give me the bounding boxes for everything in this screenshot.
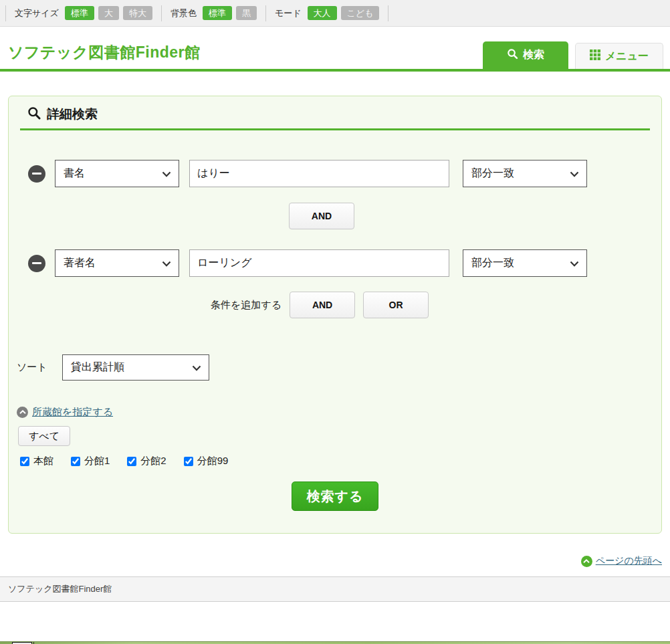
add-condition-label: 条件を追加する [211, 299, 282, 312]
accessibility-toolbar: 文字サイズ 標準 大 特大 背景色 標準 黒 モード 大人 こども [0, 0, 670, 27]
toolbar-divider [265, 5, 266, 21]
sort-row: ソート 貸出累計順 [17, 354, 661, 381]
match-select-1-value: 部分一致 [471, 167, 514, 181]
library-label: 分館2 [140, 455, 166, 467]
library-label: 分館99 [197, 455, 229, 467]
keyword-input-1[interactable] [189, 160, 449, 187]
add-condition-row: 条件を追加する AND OR [211, 292, 661, 318]
library-checkbox-branch99[interactable]: 分館99 [184, 455, 229, 467]
header-tabs: 検索 メニュー [483, 41, 663, 69]
library-checkbox-row: 本館 分館1 分館2 分館99 [20, 455, 661, 467]
holdings-toggle-link[interactable]: 所蔵館を指定する [32, 406, 113, 419]
bg-color-standard-button[interactable]: 標準 [203, 6, 232, 20]
remove-condition-button[interactable] [28, 165, 45, 183]
keyword-input-2[interactable] [189, 249, 449, 277]
toolbar-divider [5, 5, 6, 21]
match-select-2[interactable]: 部分一致 [463, 249, 587, 277]
chevron-down-icon [192, 362, 201, 374]
and-divider-button[interactable]: AND [289, 203, 354, 229]
and-divider: AND [289, 203, 661, 229]
add-or-button[interactable]: OR [363, 292, 429, 318]
tab-menu-label: メニュー [605, 49, 649, 64]
library-checkbox-branch2[interactable]: 分館2 [127, 455, 166, 467]
font-size-xlarge-button[interactable]: 特大 [123, 6, 152, 20]
font-size-standard-button[interactable]: 標準 [65, 6, 94, 20]
library-label: 分館1 [84, 455, 110, 467]
tab-search-label: 検索 [523, 48, 544, 62]
tab-menu[interactable]: メニュー [575, 43, 663, 69]
library-checkbox-branch1[interactable]: 分館1 [71, 455, 110, 467]
select-all-libraries-button[interactable]: すべて [18, 426, 70, 446]
site-title: ソフテック図書館Finder館 [8, 42, 200, 63]
match-select-2-value: 部分一致 [471, 256, 514, 270]
site-header: ソフテック図書館Finder館 検索 メニュー [0, 27, 670, 69]
remove-condition-button[interactable] [28, 255, 45, 272]
chevron-down-icon [162, 257, 171, 270]
field-select-1[interactable]: 書名 [55, 160, 179, 187]
panel-rule [20, 128, 650, 130]
font-size-large-button[interactable]: 大 [98, 6, 119, 20]
mode-kids-button[interactable]: こども [341, 6, 380, 20]
field-select-1-value: 書名 [64, 167, 85, 181]
search-icon [507, 48, 518, 62]
condition-row-1: 書名 部分一致 [28, 160, 661, 187]
grid-icon [590, 49, 600, 63]
back-to-top-row: ページの先頭へ [0, 555, 662, 567]
search-submit-button[interactable]: 検索する [292, 481, 378, 511]
toolbar-divider [161, 5, 162, 21]
condition-row-2: 著者名 部分一致 [28, 249, 661, 277]
holdings-toggle-row: 所蔵館を指定する [17, 406, 661, 419]
submit-row: 検索する [9, 481, 661, 511]
back-to-top-link[interactable]: ページの先頭へ [596, 555, 662, 567]
chevron-down-icon [570, 257, 579, 270]
checkbox[interactable] [184, 457, 193, 466]
field-select-2-value: 著者名 [64, 256, 96, 270]
page-title: 詳細検索 [47, 106, 98, 123]
tab-search[interactable]: 検索 [483, 41, 568, 69]
sort-label: ソート [17, 361, 47, 374]
sort-select-value: 貸出累計順 [71, 360, 124, 374]
mode-label: モード [275, 7, 302, 19]
advanced-search-panel: 詳細検索 書名 部分一致 AND [8, 96, 662, 534]
checkbox[interactable] [20, 457, 29, 466]
taskbar-edge [0, 641, 670, 644]
add-and-button[interactable]: AND [290, 292, 355, 318]
toolbar-divider [388, 5, 388, 21]
bg-color-label: 背景色 [171, 7, 197, 19]
font-size-group: 文字サイズ 標準 大 特大 [10, 6, 157, 20]
mode-group: モード 大人 こども [270, 6, 384, 20]
chevron-down-icon [570, 168, 579, 180]
mode-adult-button[interactable]: 大人 [308, 6, 337, 20]
bg-color-group: 背景色 標準 黒 [166, 6, 261, 20]
match-select-1[interactable]: 部分一致 [463, 160, 587, 187]
bg-color-black-button[interactable]: 黒 [236, 6, 257, 20]
library-checkbox-main[interactable]: 本館 [20, 455, 53, 467]
main-content: 詳細検索 書名 部分一致 AND [0, 72, 670, 567]
chevron-up-icon [17, 407, 28, 418]
sort-select[interactable]: 貸出累計順 [62, 354, 209, 381]
field-select-2[interactable]: 著者名 [55, 249, 179, 277]
checkbox[interactable] [127, 457, 136, 466]
chevron-up-icon [581, 556, 592, 567]
footer: ソフテック図書館Finder館 [0, 576, 670, 602]
search-icon [27, 106, 41, 122]
chevron-down-icon [162, 168, 171, 180]
checkbox[interactable] [71, 457, 80, 466]
library-label: 本館 [33, 455, 53, 467]
panel-heading: 詳細検索 [27, 106, 641, 123]
font-size-label: 文字サイズ [15, 7, 59, 19]
footer-site-title: ソフテック図書館Finder館 [8, 583, 112, 595]
